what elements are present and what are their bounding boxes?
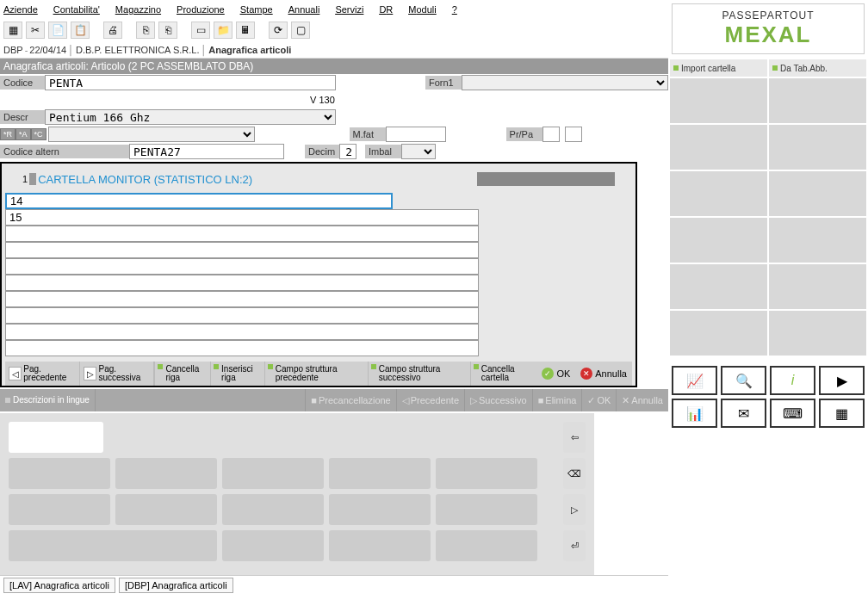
line-7[interactable] (5, 291, 479, 307)
menu-dr[interactable]: DR (379, 4, 393, 15)
kb-key-wide[interactable] (9, 530, 217, 561)
tool1-icon[interactable]: ⎘ (136, 22, 155, 39)
cancella-riga-button[interactable]: Cancella riga (154, 362, 210, 386)
menu-annuali[interactable]: Annuali (288, 4, 320, 15)
line-4[interactable] (5, 242, 479, 258)
kb-key[interactable] (115, 494, 217, 525)
line-inputs: 14 15 (5, 193, 632, 362)
kb-back-icon[interactable]: ⇦ (563, 422, 586, 453)
right-cell[interactable] (769, 264, 866, 309)
kb-key[interactable] (329, 530, 431, 561)
codice-input[interactable] (45, 75, 336, 90)
grid-icon[interactable]: ▦ (3, 22, 22, 39)
paste-icon[interactable]: 📋 (71, 22, 90, 39)
line-2[interactable]: 15 (5, 209, 479, 226)
tag-r[interactable]: *R (0, 128, 16, 140)
menu-produzione[interactable]: Produzione (177, 4, 225, 15)
chart-icon[interactable]: 📈 (672, 366, 717, 395)
prpa-label: Pr/Pa (506, 127, 542, 141)
monitor-icon[interactable]: ▶ (819, 366, 865, 395)
right-cell[interactable] (769, 171, 866, 216)
menu-contabilita[interactable]: Contabilita' (53, 4, 100, 15)
calc-icon[interactable]: 🖩 (236, 22, 255, 39)
tool2-icon[interactable]: ⎗ (158, 22, 177, 39)
decim-input[interactable] (339, 144, 356, 159)
menu-stampe[interactable]: Stampe (240, 4, 273, 15)
right-cell[interactable] (670, 264, 767, 309)
kb-key[interactable] (9, 494, 110, 525)
folder-icon[interactable]: 📁 (214, 22, 232, 39)
right-cell[interactable] (769, 218, 866, 263)
cut-icon[interactable]: ✂ (26, 22, 45, 39)
menu-help[interactable]: ? (452, 4, 457, 15)
chart-warn-icon[interactable]: 📊 (672, 399, 717, 428)
pag-successiva-button[interactable]: ▷ Pag. successiva (80, 362, 154, 386)
kb-key[interactable] (222, 530, 324, 561)
line-9[interactable] (5, 324, 479, 340)
screen-icon[interactable]: ▢ (291, 22, 310, 39)
inserisci-riga-button[interactable]: Inserisci riga (210, 362, 264, 386)
keyboard-icon[interactable]: ⌨ (770, 399, 815, 428)
campo-successivo-button[interactable]: Campo struttura successivo (368, 362, 470, 386)
tag-select[interactable] (48, 127, 255, 142)
campo-precedente-button[interactable]: Campo struttura precedente (264, 362, 368, 386)
print-icon[interactable]: 🖨 (103, 22, 122, 39)
kb-key[interactable] (436, 530, 537, 561)
kb-key[interactable] (436, 458, 537, 489)
tab-lav[interactable]: [LAV] Anagrafica articoli (3, 578, 115, 593)
kb-key[interactable] (222, 494, 324, 525)
kb-key[interactable] (436, 494, 537, 525)
tag-c[interactable]: *C (31, 128, 46, 140)
prpa-input2[interactable] (565, 127, 582, 142)
line-3[interactable] (5, 226, 479, 242)
right-cell[interactable] (670, 171, 767, 216)
line-8[interactable] (5, 307, 479, 324)
kb-key[interactable] (9, 458, 110, 489)
tag-a[interactable]: *A (16, 128, 31, 140)
menu-magazzino[interactable]: Magazzino (115, 4, 161, 15)
prpa-input1[interactable] (542, 127, 560, 142)
kb-key[interactable] (115, 458, 217, 489)
descrizioni-tab[interactable]: Descrizioni in lingue (0, 389, 96, 411)
cancella-cartella-button[interactable]: Cancella cartella (470, 362, 537, 386)
line-10[interactable] (5, 340, 479, 356)
right-cell[interactable] (670, 311, 767, 356)
right-cell[interactable] (670, 78, 767, 123)
kb-key[interactable] (329, 494, 431, 525)
line-5[interactable] (5, 258, 479, 275)
forn-select[interactable] (462, 75, 668, 90)
right-cell[interactable] (769, 125, 866, 170)
mail-icon[interactable]: ✉ (721, 399, 766, 428)
kb-enter-icon[interactable]: ⏎ (563, 530, 586, 561)
annulla-button[interactable]: ✕Annulla (575, 368, 632, 380)
descr-select[interactable]: Pentium 166 Ghz (45, 109, 336, 125)
right-cell[interactable] (670, 218, 767, 263)
pag-precedente-button[interactable]: ◁ Pag. precedente (5, 362, 80, 386)
ok-button[interactable]: ✓OK (536, 368, 575, 380)
da-tab-abb-header[interactable]: Da Tab.Abb. (769, 59, 866, 77)
menu-aziende[interactable]: Aziende (3, 4, 38, 15)
kb-key[interactable] (329, 458, 431, 489)
kb-del-icon[interactable]: ⌫ (563, 458, 586, 489)
kb-next-icon[interactable]: ▷ (563, 494, 586, 525)
mfat-input[interactable] (386, 127, 446, 142)
toolbar: ▦ ✂ 📄 📋 🖨 ⎘ ⎗ ▭ 📁 🖩 ⟳ ▢ (0, 19, 668, 41)
info-icon[interactable]: i (770, 366, 815, 395)
codice-altern-input[interactable] (129, 144, 284, 159)
grid2-icon[interactable]: ▦ (819, 399, 865, 428)
card-icon[interactable]: ▭ (191, 22, 210, 39)
imbal-select[interactable] (401, 144, 436, 159)
sync-icon[interactable]: ⟳ (269, 22, 288, 39)
line-1[interactable]: 14 (5, 193, 393, 209)
copy-icon[interactable]: 📄 (48, 22, 67, 39)
menu-moduli[interactable]: Moduli (408, 4, 436, 15)
import-cartella-header[interactable]: Import cartella (670, 59, 767, 77)
right-cell[interactable] (670, 125, 767, 170)
menu-servizi[interactable]: Servizi (335, 4, 363, 15)
right-cell[interactable] (769, 311, 866, 356)
right-cell[interactable] (769, 78, 866, 123)
tab-dbp[interactable]: [DBP] Anagrafica articoli (119, 578, 233, 593)
kb-key[interactable] (222, 458, 324, 489)
search-doc-icon[interactable]: 🔍 (721, 366, 766, 395)
line-6[interactable] (5, 275, 479, 291)
